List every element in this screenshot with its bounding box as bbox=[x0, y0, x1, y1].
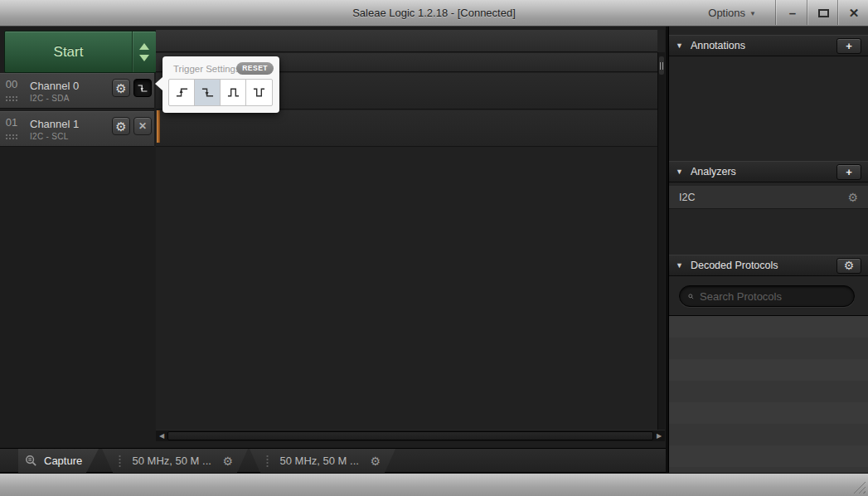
vertical-scrollbar-thumb[interactable] bbox=[659, 56, 664, 75]
timeline-ruler bbox=[156, 30, 657, 52]
collapse-triangle-icon[interactable]: ▼ bbox=[676, 261, 683, 270]
channel-index: 00 bbox=[0, 78, 23, 90]
add-analyzer-button[interactable]: + bbox=[836, 164, 861, 180]
trigger-position-marker bbox=[157, 110, 160, 143]
channel-name: Channel 0 bbox=[30, 80, 79, 92]
chevron-down-icon: ▼ bbox=[749, 8, 756, 17]
gear-icon[interactable]: ⚙ bbox=[370, 455, 381, 467]
titlebar-divider bbox=[837, 0, 838, 25]
trigger-option-negative-pulse[interactable] bbox=[246, 80, 272, 105]
plus-icon: + bbox=[846, 41, 852, 51]
channel-0-settings-button[interactable]: ⚙ bbox=[112, 79, 130, 97]
analyzers-title: Analyzers bbox=[691, 166, 736, 177]
sidebar: ▼ Annotations + ▼ Analyzers + I2C ⚙ ▼ De… bbox=[668, 27, 868, 473]
maximize-icon bbox=[818, 9, 829, 17]
titlebar-divider bbox=[775, 0, 776, 25]
close-button[interactable]: ✕ bbox=[840, 0, 868, 26]
falling-edge-icon bbox=[201, 86, 215, 99]
gear-icon: ⚙ bbox=[844, 260, 855, 271]
add-annotation-button[interactable]: + bbox=[836, 38, 861, 54]
trigger-settings-popup: Trigger Settings RESET bbox=[162, 56, 279, 113]
capture-tab-label: Capture bbox=[44, 455, 82, 467]
channel-1-settings-button[interactable]: ⚙ bbox=[112, 117, 130, 135]
window-bottom-frame bbox=[0, 473, 868, 496]
close-x-icon: ✕ bbox=[138, 120, 147, 132]
channel-0-trigger-button[interactable] bbox=[133, 79, 152, 97]
plus-icon: + bbox=[846, 167, 852, 177]
session-tab-label: 50 MHz, 50 M ... bbox=[121, 455, 222, 467]
protocol-search-box[interactable] bbox=[679, 285, 855, 307]
titlebar: Saleae Logic 1.2.18 - [Connected] Option… bbox=[0, 0, 868, 27]
arrow-right-icon: ▶ bbox=[657, 432, 662, 440]
annotations-header[interactable]: ▼ Annotations + bbox=[669, 35, 868, 56]
capture-main-panel: Start 00 Channel 0 I2C - SDA ⚙ bbox=[0, 27, 666, 448]
gear-icon[interactable]: ⚙ bbox=[847, 192, 858, 203]
trigger-option-falling-edge[interactable] bbox=[195, 80, 221, 105]
trigger-option-group bbox=[168, 79, 273, 106]
search-icon bbox=[688, 291, 694, 302]
popup-title: Trigger Settings bbox=[173, 64, 240, 74]
decoded-protocols-results bbox=[669, 315, 868, 473]
search-protocols-input[interactable] bbox=[700, 290, 846, 303]
analyzers-header[interactable]: ▼ Analyzers + bbox=[669, 161, 868, 182]
gear-icon: ⚙ bbox=[115, 82, 126, 95]
collapse-triangle-icon[interactable]: ▼ bbox=[676, 41, 683, 50]
waveform-row-channel-1 bbox=[156, 110, 657, 147]
channel-1-trigger-button[interactable]: ✕ bbox=[133, 117, 152, 135]
arrow-up-icon bbox=[139, 43, 149, 50]
start-options-arrows[interactable] bbox=[132, 32, 156, 72]
options-menu[interactable]: Options ▼ bbox=[708, 7, 756, 19]
gear-icon[interactable]: ⚙ bbox=[222, 455, 233, 467]
vertical-scrollbar[interactable] bbox=[657, 52, 665, 430]
close-icon: ✕ bbox=[849, 6, 860, 21]
horizontal-scrollbar-thumb[interactable] bbox=[167, 431, 653, 440]
channel-row-0[interactable]: 00 Channel 0 I2C - SDA ⚙ bbox=[0, 73, 154, 109]
arrow-down-icon bbox=[139, 55, 149, 61]
tab-session-2[interactable]: 50 MHz, 50 M ... ⚙ bbox=[250, 449, 395, 473]
tab-capture[interactable]: Capture bbox=[18, 449, 99, 473]
session-tabbar: Capture 50 MHz, 50 M ... ⚙ 50 MHz, 50 M … bbox=[0, 448, 666, 473]
rising-edge-icon bbox=[175, 86, 189, 99]
decoded-protocols-settings-button[interactable]: ⚙ bbox=[836, 258, 861, 274]
capture-scope-icon bbox=[25, 455, 38, 467]
trigger-option-positive-pulse[interactable] bbox=[221, 80, 246, 105]
session-tab-label: 50 MHz, 50 M ... bbox=[269, 455, 370, 467]
resize-grip[interactable] bbox=[853, 481, 866, 494]
analyzer-item-i2c[interactable]: I2C ⚙ bbox=[669, 186, 868, 209]
scroll-left-button[interactable]: ◀ bbox=[156, 430, 167, 441]
drag-handle-icon[interactable] bbox=[5, 134, 17, 139]
titlebar-divider bbox=[807, 0, 807, 25]
trigger-reset-button[interactable]: RESET bbox=[236, 62, 274, 75]
scroll-right-button[interactable]: ▶ bbox=[653, 430, 665, 441]
channel-row-1[interactable]: 01 Channel 1 I2C - SCL ⚙ ✕ bbox=[0, 111, 154, 147]
decoded-protocols-header[interactable]: ▼ Decoded Protocols ⚙ bbox=[669, 255, 868, 276]
positive-pulse-icon bbox=[226, 86, 240, 99]
tab-session-1[interactable]: 50 MHz, 50 M ... ⚙ bbox=[102, 449, 248, 473]
negative-pulse-icon bbox=[252, 86, 266, 99]
start-capture-button[interactable]: Start bbox=[4, 31, 157, 73]
gear-icon: ⚙ bbox=[115, 120, 126, 133]
falling-edge-icon bbox=[137, 83, 148, 94]
minimize-button[interactable]: – bbox=[778, 0, 807, 26]
channel-index: 01 bbox=[0, 116, 23, 129]
decoded-protocols-title: Decoded Protocols bbox=[691, 260, 778, 271]
channel-protocol: I2C - SCL bbox=[30, 132, 69, 141]
arrow-left-icon: ◀ bbox=[159, 432, 164, 440]
collapse-triangle-icon[interactable]: ▼ bbox=[676, 168, 683, 176]
annotations-title: Annotations bbox=[691, 40, 745, 51]
maximize-button[interactable] bbox=[809, 0, 837, 26]
analyzer-name: I2C bbox=[679, 192, 695, 203]
app-window: Saleae Logic 1.2.18 - [Connected] Option… bbox=[0, 0, 868, 496]
channel-name: Channel 1 bbox=[30, 118, 79, 130]
horizontal-scrollbar[interactable]: ◀ ▶ bbox=[156, 430, 665, 441]
trigger-option-rising-edge[interactable] bbox=[169, 80, 195, 105]
drag-handle-icon[interactable] bbox=[5, 95, 17, 101]
channel-protocol: I2C - SDA bbox=[30, 94, 70, 103]
start-label: Start bbox=[5, 32, 132, 72]
options-label: Options bbox=[708, 7, 745, 19]
popup-pointer bbox=[155, 77, 162, 90]
minimize-icon: – bbox=[789, 6, 796, 20]
